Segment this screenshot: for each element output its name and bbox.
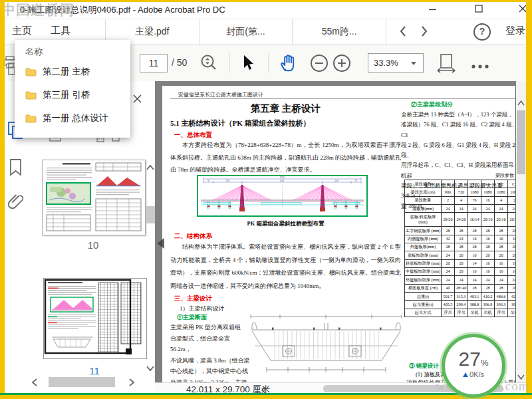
popup-item-0[interactable]: 第二册 主桥 (15, 60, 130, 83)
attachments-icon[interactable] (8, 192, 24, 215)
sign-in-button[interactable]: 登录 (505, 25, 525, 37)
row-value: 20 (442, 259, 455, 267)
row-value: 28 (455, 227, 468, 235)
row-value: 486.6 (495, 293, 508, 301)
row-value: C3 (508, 180, 516, 188)
row-value: 403.1 (468, 293, 481, 301)
svg-text:228: 228 (225, 180, 229, 182)
row-value: 76 (468, 196, 481, 204)
girder-table-row-12: 桥面板厚度 (cm)4028~4028282828 (405, 284, 516, 292)
girder-table-row-15: 起吊方式浮吊浮吊吊机吊机浮吊吊机 (405, 309, 516, 317)
tab-home[interactable]: 主页 (12, 25, 32, 37)
subheading-girder-structure: 1）主梁结构设计 (180, 305, 225, 313)
page-zoom-finder-icon[interactable] (200, 54, 218, 75)
row-label: 内侧腹板厚 (mm) (405, 235, 442, 243)
row-value: C2 (495, 180, 508, 188)
svg-text:638: 638 (280, 180, 284, 182)
row-value: 24 (481, 276, 495, 284)
row-value: 20 (455, 259, 468, 267)
top-left-watermark: 中国道桥网 (1, 1, 74, 19)
thumbnail-label-11[interactable]: 11 (68, 365, 121, 376)
row-value: 吊机 (468, 309, 481, 317)
table-title: 梁段参数 (401, 172, 514, 179)
header-rule (170, 98, 515, 99)
popup-item-1[interactable]: 第三册 引桥 (15, 83, 130, 106)
hand-tool-icon[interactable] (279, 53, 299, 76)
page-count-label: / 50 (172, 57, 187, 68)
close-panel-icon[interactable] (133, 94, 142, 106)
row-value: 16 (508, 267, 516, 275)
panel-scroll-down-icon[interactable] (146, 363, 155, 375)
row-value: 24 (495, 205, 508, 213)
girder-table-row-4: 底板/斜底板厚 (mm)28/2024/2016/1420/1620/1620/… (405, 213, 516, 227)
row-value: A (442, 180, 455, 188)
tab-scroll-right-icon[interactable] (420, 25, 428, 40)
figure-caption: PK 箱梁组合梁斜拉桥桥型布置 (170, 220, 401, 228)
row-value: 20 (495, 251, 508, 259)
row-value: 24 (455, 235, 468, 243)
panel-scroll-up-icon[interactable] (146, 162, 155, 174)
document-scrollbar[interactable] (516, 81, 526, 382)
row-value: 28 (508, 284, 516, 292)
girder-table-body: 梁段编号ABCC1C2C3梁段长度(cm)9007201080108010801… (405, 180, 516, 317)
row-value: 391 (508, 301, 516, 309)
folder-icon (25, 90, 37, 100)
row-value: 24 (468, 205, 481, 213)
panel-scroll-left-icon[interactable] (31, 378, 39, 390)
row-value: 20/16 (481, 213, 495, 227)
row-value: 24 (508, 276, 516, 284)
dim-total: 1250 (279, 176, 284, 179)
girder-table-row-11: 外腹板加劲厚 (mm)242424242424 (405, 276, 516, 284)
row-label: 斜底板加劲厚 (mm) (405, 259, 442, 267)
doc-scrollbar-thumb[interactable] (517, 110, 525, 174)
toolbar-separator (268, 53, 269, 73)
tab-tools[interactable]: 工具 (51, 25, 70, 37)
title-bar: 0-施工图设计总说明0406.pdf - Adobe Acrobat Pro D… (0, 0, 532, 19)
girder-table-row-6: 内侧腹板厚 (mm)322416161616 (405, 235, 516, 243)
bookmarks-icon[interactable] (9, 158, 23, 179)
popup-item-label: 第二册 主桥 (43, 66, 90, 78)
row-value: 28 (455, 243, 468, 251)
row-value: 28 (442, 227, 455, 235)
doc-tab-2[interactable]: 55m跨... (293, 19, 386, 45)
row-value: 2 (508, 196, 516, 204)
page-number-input[interactable] (140, 54, 168, 72)
frame-edge-left (0, 0, 5, 395)
thumbnail-page-10[interactable] (42, 160, 146, 235)
folder-icon (25, 113, 37, 123)
previous-page-arrow[interactable] (157, 238, 164, 249)
popup-item-2[interactable]: 第一册 总体设计 (15, 106, 130, 130)
zoom-out-icon[interactable] (310, 54, 329, 75)
row-value: 299.4 (455, 301, 468, 309)
row-value: 24 (508, 205, 516, 213)
thumbnail-page-11[interactable] (43, 278, 147, 359)
minimize-button[interactable] (429, 9, 438, 18)
row-value: 24 (442, 267, 455, 275)
row-value: 1080 (508, 188, 516, 196)
panel-scroll-right-icon[interactable] (128, 378, 136, 390)
zoom-level-dropdown[interactable]: 33.3% (368, 53, 424, 73)
bridge-elevation-drawing: 1250 78228 63822878 (198, 176, 366, 215)
tab-scroll-left-icon[interactable] (399, 25, 407, 40)
row-label: 梁段编号 (405, 180, 442, 188)
zoom-in-icon[interactable] (332, 54, 351, 75)
row-value: 40 (442, 284, 455, 292)
panel-vertical-scrollbar[interactable] (146, 206, 155, 223)
select-tool-icon[interactable] (241, 55, 257, 74)
row-value: 20/16 (495, 213, 508, 227)
doc-scroll-up-icon[interactable] (517, 97, 525, 109)
girder-cross-section-figure (248, 311, 404, 378)
popup-list: 第二册 主桥第三册 引桥第一册 总体设计 (15, 60, 130, 130)
heading-girder-section: ①主梁断面 (177, 313, 207, 322)
help-icon[interactable]: ? (473, 23, 491, 41)
row-value: 28 (468, 243, 481, 251)
panel-horizontal-scrollbar[interactable] (49, 377, 115, 387)
heading-girder-design: 三、主梁设计 (174, 295, 212, 303)
fit-width-icon[interactable] (436, 53, 456, 76)
maximize-button[interactable] (475, 5, 484, 14)
row-label: 外腹板厚(mm) (405, 243, 442, 251)
row-value: 16/14 (468, 213, 481, 227)
doc-tab-1[interactable]: 封面(第... (200, 19, 293, 45)
more-tools-icon[interactable] (471, 60, 492, 72)
thumbnail-label-10[interactable]: 10 (66, 239, 120, 251)
